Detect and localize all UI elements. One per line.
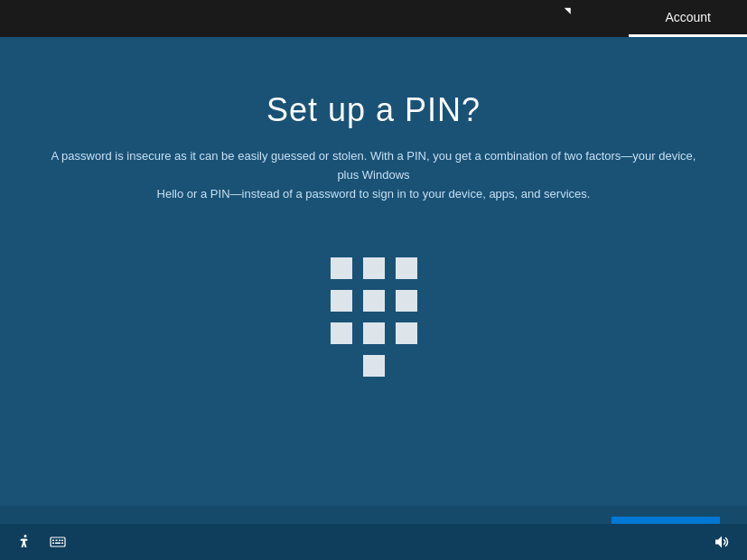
svg-rect-2 <box>56 540 58 542</box>
keyboard-icon[interactable] <box>47 531 69 553</box>
account-tab[interactable]: Account <box>629 0 747 37</box>
top-bar: Account <box>0 0 747 37</box>
numpad-key-8 <box>363 322 385 344</box>
numpad-key-7 <box>331 322 352 344</box>
accessibility-icon[interactable] <box>14 531 36 553</box>
svg-rect-4 <box>61 540 63 542</box>
numpad-key-0 <box>363 355 385 377</box>
svg-rect-0 <box>51 537 65 546</box>
numpad-key-6 <box>396 290 417 312</box>
numpad-key-1 <box>331 257 352 279</box>
status-bar <box>0 524 747 560</box>
svg-rect-1 <box>52 540 54 542</box>
numpad-key-2 <box>363 257 385 279</box>
numpad-display <box>331 257 417 377</box>
cursor-indicator <box>565 5 574 14</box>
main-content: Set up a PIN? A password is insecure as … <box>0 37 747 506</box>
numpad-key-9 <box>396 322 417 344</box>
volume-icon[interactable] <box>711 531 733 553</box>
numpad-key-4 <box>331 290 352 312</box>
page-title: Set up a PIN? <box>266 91 481 129</box>
description-line1: A password is insecure as it can be easi… <box>51 149 696 182</box>
svg-rect-7 <box>61 543 63 545</box>
description-line2: Hello or a PIN—instead of a password to … <box>157 187 591 201</box>
svg-rect-5 <box>52 543 54 545</box>
numpad-key-3 <box>396 257 417 279</box>
numpad-key-5 <box>363 290 385 312</box>
account-label: Account <box>665 10 711 24</box>
page-description: A password is insecure as it can be easi… <box>40 147 708 203</box>
svg-rect-6 <box>55 543 61 545</box>
status-icons-left <box>14 531 69 553</box>
svg-rect-3 <box>59 540 61 542</box>
